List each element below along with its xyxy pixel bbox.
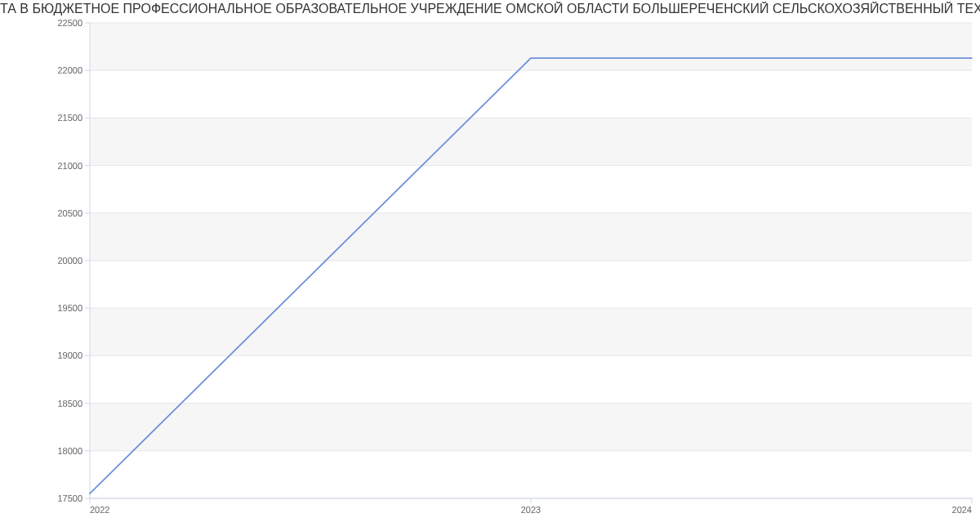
plot-band [90,451,972,498]
plot-band [90,404,972,451]
y-tick-label: 19000 [57,350,82,360]
y-tick-label: 20000 [57,256,82,266]
y-tick-label: 22500 [57,18,82,28]
y-tick-label: 17500 [57,493,82,503]
y-tick-label: 21000 [57,161,82,171]
plot-band [90,261,972,308]
x-tick-label: 2024 [952,505,972,515]
y-tick-label: 21500 [57,113,82,123]
chart-container: ТА В БЮДЖЕТНОЕ ПРОФЕССИОНАЛЬНОЕ ОБРАЗОВА… [0,0,980,531]
plot-band [90,23,972,70]
y-tick-label: 18500 [57,399,82,408]
x-tick-label: 2023 [521,505,541,515]
chart-svg: 1750018000185001900019500200002050021000… [0,0,980,531]
plot-band [90,118,972,165]
y-tick-label: 18000 [57,446,82,456]
y-tick-label: 22000 [57,65,82,75]
plot-band [90,213,972,261]
y-tick-label: 19500 [57,303,82,313]
x-tick-label: 2022 [90,505,109,515]
plot-band [90,70,972,118]
plot-band [90,166,972,213]
y-tick-label: 20500 [57,208,82,218]
plot-band [90,308,972,355]
